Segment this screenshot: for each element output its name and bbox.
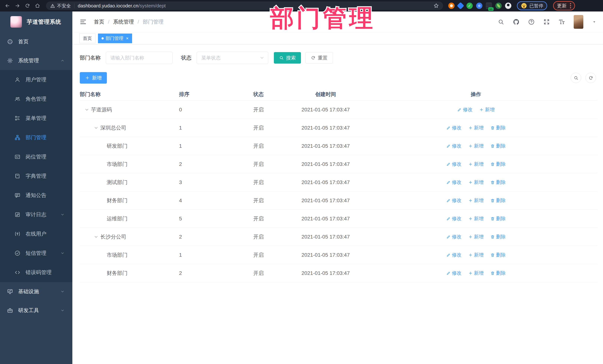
add-action[interactable]: 新增 — [468, 233, 484, 240]
tag-0[interactable]: 首页 — [79, 33, 95, 43]
security-warning-icon[interactable] — [50, 3, 55, 8]
add-action[interactable]: 新增 — [468, 215, 484, 222]
search-button[interactable]: 搜索 — [274, 52, 301, 64]
add-action[interactable]: 新增 — [468, 252, 484, 258]
edit-action[interactable]: 修改 — [446, 215, 462, 222]
edit-action[interactable]: 修改 — [446, 179, 462, 186]
table-row: 市场部门 2 开启 2021-01-05 17:03:47 修改 新增 删除 — [80, 155, 597, 173]
adblock-icon[interactable] — [448, 3, 454, 9]
delete-action[interactable]: 删除 — [490, 124, 506, 131]
help-icon[interactable] — [528, 19, 535, 25]
toggle-search-button[interactable] — [571, 73, 581, 83]
browser-reload-button[interactable] — [23, 2, 32, 10]
github-icon[interactable] — [513, 19, 520, 25]
delete-action[interactable]: 删除 — [490, 215, 506, 222]
puzzle-extension-icon[interactable] — [476, 3, 482, 9]
dept-name-input[interactable] — [106, 52, 173, 64]
bookmark-star-icon[interactable] — [433, 3, 439, 9]
add-action[interactable]: 新增 — [479, 106, 495, 113]
sidebar-item-5[interactable]: 部门管理 — [0, 128, 72, 147]
app-logo[interactable]: 芋道管理系统 — [0, 11, 72, 32]
check-extension-icon[interactable]: ✓ — [466, 3, 473, 9]
sidebar-item-8[interactable]: 通知公告 — [0, 186, 72, 205]
sidebar-item-11[interactable]: 短信管理 — [0, 243, 72, 263]
sidebar-item-1[interactable]: 系统管理 — [0, 51, 72, 70]
edit-action[interactable]: 修改 — [446, 270, 462, 276]
sidebar-item-label: 研发工具 — [18, 307, 39, 314]
tags-bar: 首页 部门管理 × — [72, 33, 603, 44]
sidebar-item-label: 菜单管理 — [26, 115, 46, 122]
edit-action[interactable]: 修改 — [446, 143, 462, 149]
edit-action[interactable]: 修改 — [446, 233, 462, 240]
edit-action[interactable]: 修改 — [446, 161, 462, 167]
delete-action[interactable]: 删除 — [490, 252, 506, 258]
browser-menu-icon[interactable] — [570, 3, 571, 8]
edit-action[interactable]: 修改 — [446, 124, 462, 131]
expand-arrow-icon[interactable] — [94, 125, 99, 130]
sidebar-item-6[interactable]: 岗位管理 — [0, 147, 72, 166]
table-row: 长沙分公司 2 开启 2021-01-05 17:03:47 修改 新增 删除 — [80, 228, 597, 246]
caret-down-icon[interactable] — [592, 20, 597, 24]
sidebar-item-label: 系统管理 — [18, 57, 39, 64]
security-label[interactable]: 不安全 — [57, 3, 71, 9]
browser-back-button[interactable] — [3, 2, 12, 10]
expand-arrow-icon[interactable] — [94, 234, 99, 239]
add-action[interactable]: 新增 — [468, 197, 484, 204]
fullscreen-icon[interactable] — [543, 19, 550, 25]
add-action[interactable]: 新增 — [468, 179, 484, 186]
browser-update-button[interactable]: 更新 — [553, 1, 575, 10]
delete-action[interactable]: 删除 — [490, 179, 506, 186]
sidebar-item-13[interactable]: 基础设施 — [0, 282, 72, 301]
sidebar-item-0[interactable]: 首页 — [0, 32, 72, 51]
sidebar-item-14[interactable]: 研发工具 — [0, 301, 72, 320]
add-button[interactable]: 新增 — [80, 72, 107, 84]
delete-action[interactable]: 删除 — [490, 270, 506, 276]
refresh-table-button[interactable] — [586, 73, 596, 83]
edit-action[interactable]: 修改 — [457, 106, 473, 113]
text-size-icon[interactable] — [558, 19, 565, 25]
breadcrumb-item-0[interactable]: 首页 — [94, 18, 104, 25]
search-icon[interactable] — [498, 19, 504, 25]
reset-button[interactable]: 重置 — [305, 52, 333, 64]
delete-action[interactable]: 删除 — [490, 197, 506, 204]
sidebar-item-3[interactable]: 角色管理 — [0, 89, 72, 109]
browser-forward-button[interactable] — [13, 2, 22, 10]
page-content: 部门名称 状态 菜单状态 搜索 重置 新增 — [72, 44, 603, 364]
sidebar-item-9[interactable]: 审计日志 — [0, 205, 72, 224]
delete-action[interactable]: 删除 — [490, 161, 506, 167]
switch-on-extension-icon[interactable]: on — [486, 3, 492, 9]
add-action[interactable]: 新增 — [468, 143, 484, 149]
delete-action[interactable]: 删除 — [490, 143, 506, 149]
edit-icon — [457, 108, 462, 112]
user-avatar[interactable] — [574, 15, 583, 29]
column-header-4: 操作 — [354, 91, 597, 98]
delete-action[interactable]: 删除 — [490, 233, 506, 240]
tag-1[interactable]: 部门管理 × — [98, 33, 132, 43]
address-bar[interactable]: 不安全 dashboard.yudao.iocoder.cn/system/de… — [46, 1, 443, 10]
sidebar-item-7[interactable]: 字典管理 — [0, 166, 72, 186]
add-action[interactable]: 新增 — [468, 161, 484, 167]
edit-action[interactable]: 修改 — [446, 197, 462, 204]
sidebar: 芋道管理系统 首页 系统管理 用户管理 角色管理 菜单管理 部门管理 岗位管理 — [0, 11, 72, 364]
profile-paused-badge[interactable]: 已暂停 — [517, 1, 547, 10]
sidebar-item-12[interactable]: 错误码管理 — [0, 263, 72, 282]
browser-home-button[interactable] — [33, 2, 42, 10]
dept-name: 市场部门 — [107, 161, 128, 168]
breadcrumb-item-1[interactable]: 系统管理 — [113, 18, 134, 25]
expand-arrow-icon[interactable] — [84, 107, 89, 112]
edit-action[interactable]: 修改 — [446, 252, 462, 258]
add-action[interactable]: 新增 — [468, 124, 484, 131]
hamburger-icon[interactable] — [79, 18, 87, 26]
status-select[interactable]: 菜单状态 — [197, 52, 268, 64]
sidebar-item-2[interactable]: 用户管理 — [0, 70, 72, 89]
sidebar-item-label: 审计日志 — [26, 211, 46, 218]
sidebar-item-4[interactable]: 菜单管理 — [0, 109, 72, 128]
silhouette-extension-icon[interactable] — [505, 3, 511, 9]
chevron-up-icon — [60, 59, 65, 63]
leaf-extension-icon[interactable] — [495, 3, 502, 9]
dept-name-cell: 市场部门 — [80, 252, 179, 259]
sidebar-item-10[interactable]: 在线用户 — [0, 224, 72, 243]
close-icon[interactable]: × — [126, 36, 128, 41]
drop-extension-icon[interactable] — [457, 2, 464, 10]
add-action[interactable]: 新增 — [468, 270, 484, 276]
